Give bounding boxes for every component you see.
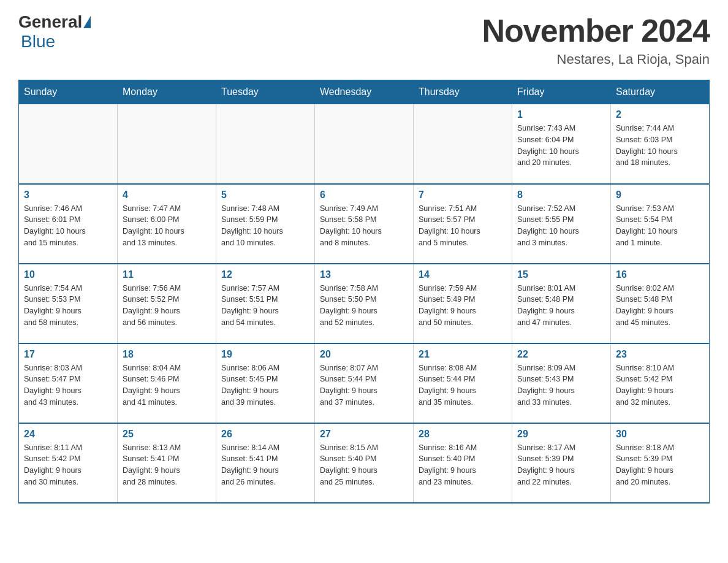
day-info: Sunrise: 7:52 AM Sunset: 5:55 PM Dayligh… — [517, 203, 605, 249]
day-info: Sunrise: 7:54 AM Sunset: 5:53 PM Dayligh… — [24, 283, 112, 329]
day-number: 20 — [320, 349, 408, 360]
calendar-cell: 8Sunrise: 7:52 AM Sunset: 5:55 PM Daylig… — [512, 184, 611, 264]
calendar-cell: 2Sunrise: 7:44 AM Sunset: 6:03 PM Daylig… — [611, 104, 710, 184]
day-info: Sunrise: 8:04 AM Sunset: 5:46 PM Dayligh… — [123, 362, 211, 408]
calendar-cell: 14Sunrise: 7:59 AM Sunset: 5:49 PM Dayli… — [414, 264, 512, 343]
calendar-cell: 19Sunrise: 8:06 AM Sunset: 5:45 PM Dayli… — [216, 343, 315, 423]
day-number: 15 — [517, 269, 605, 280]
calendar-cell: 28Sunrise: 8:16 AM Sunset: 5:40 PM Dayli… — [414, 423, 512, 503]
calendar-cell: 12Sunrise: 7:57 AM Sunset: 5:51 PM Dayli… — [216, 264, 315, 343]
calendar-cell: 26Sunrise: 8:14 AM Sunset: 5:41 PM Dayli… — [216, 423, 315, 503]
day-info: Sunrise: 8:08 AM Sunset: 5:44 PM Dayligh… — [419, 362, 507, 408]
day-number: 14 — [419, 269, 507, 280]
calendar-cell: 18Sunrise: 8:04 AM Sunset: 5:46 PM Dayli… — [118, 343, 216, 423]
day-number: 30 — [616, 429, 704, 440]
day-number: 10 — [24, 269, 112, 280]
calendar-week-row: 10Sunrise: 7:54 AM Sunset: 5:53 PM Dayli… — [19, 264, 710, 343]
calendar-cell: 16Sunrise: 8:02 AM Sunset: 5:48 PM Dayli… — [611, 264, 710, 343]
calendar-cell: 3Sunrise: 7:46 AM Sunset: 6:01 PM Daylig… — [19, 184, 118, 264]
day-number: 25 — [123, 429, 211, 440]
weekday-header-thursday: Thursday — [414, 80, 512, 104]
day-info: Sunrise: 8:11 AM Sunset: 5:42 PM Dayligh… — [24, 442, 112, 488]
day-info: Sunrise: 8:17 AM Sunset: 5:39 PM Dayligh… — [517, 442, 605, 488]
day-number: 4 — [123, 190, 211, 201]
calendar-cell: 11Sunrise: 7:56 AM Sunset: 5:52 PM Dayli… — [118, 264, 216, 343]
day-number: 12 — [221, 269, 309, 280]
calendar-cell: 25Sunrise: 8:13 AM Sunset: 5:41 PM Dayli… — [118, 423, 216, 503]
day-info: Sunrise: 8:02 AM Sunset: 5:48 PM Dayligh… — [616, 283, 704, 329]
calendar-cell: 10Sunrise: 7:54 AM Sunset: 5:53 PM Dayli… — [19, 264, 118, 343]
calendar-cell: 13Sunrise: 7:58 AM Sunset: 5:50 PM Dayli… — [315, 264, 414, 343]
calendar-cell: 21Sunrise: 8:08 AM Sunset: 5:44 PM Dayli… — [414, 343, 512, 423]
day-number: 13 — [320, 269, 408, 280]
day-info: Sunrise: 7:53 AM Sunset: 5:54 PM Dayligh… — [616, 203, 704, 249]
day-info: Sunrise: 7:56 AM Sunset: 5:52 PM Dayligh… — [123, 283, 211, 329]
calendar-week-row: 17Sunrise: 8:03 AM Sunset: 5:47 PM Dayli… — [19, 343, 710, 423]
weekday-header-monday: Monday — [118, 80, 216, 104]
calendar-cell: 30Sunrise: 8:18 AM Sunset: 5:39 PM Dayli… — [611, 423, 710, 503]
day-number: 26 — [221, 429, 309, 440]
day-info: Sunrise: 8:07 AM Sunset: 5:44 PM Dayligh… — [320, 362, 408, 408]
month-title: November 2024 — [482, 12, 710, 49]
calendar-cell: 4Sunrise: 7:47 AM Sunset: 6:00 PM Daylig… — [118, 184, 216, 264]
day-number: 21 — [419, 349, 507, 360]
day-number: 9 — [616, 190, 704, 201]
day-info: Sunrise: 7:57 AM Sunset: 5:51 PM Dayligh… — [221, 283, 309, 329]
day-number: 22 — [517, 349, 605, 360]
day-number: 28 — [419, 429, 507, 440]
calendar-cell — [414, 104, 512, 184]
day-number: 3 — [24, 190, 112, 201]
day-info: Sunrise: 7:47 AM Sunset: 6:00 PM Dayligh… — [123, 203, 211, 249]
day-info: Sunrise: 8:13 AM Sunset: 5:41 PM Dayligh… — [123, 442, 211, 488]
day-info: Sunrise: 7:43 AM Sunset: 6:04 PM Dayligh… — [517, 123, 605, 169]
calendar-cell: 23Sunrise: 8:10 AM Sunset: 5:42 PM Dayli… — [611, 343, 710, 423]
day-info: Sunrise: 8:16 AM Sunset: 5:40 PM Dayligh… — [419, 442, 507, 488]
day-info: Sunrise: 7:46 AM Sunset: 6:01 PM Dayligh… — [24, 203, 112, 249]
day-info: Sunrise: 7:49 AM Sunset: 5:58 PM Dayligh… — [320, 203, 408, 249]
calendar-cell — [216, 104, 315, 184]
calendar-table: SundayMondayTuesdayWednesdayThursdayFrid… — [18, 80, 710, 504]
logo-triangle-icon — [83, 16, 91, 28]
day-info: Sunrise: 7:44 AM Sunset: 6:03 PM Dayligh… — [616, 123, 704, 169]
day-info: Sunrise: 7:48 AM Sunset: 5:59 PM Dayligh… — [221, 203, 309, 249]
weekday-header-tuesday: Tuesday — [216, 80, 315, 104]
day-number: 29 — [517, 429, 605, 440]
day-info: Sunrise: 7:59 AM Sunset: 5:49 PM Dayligh… — [419, 283, 507, 329]
calendar-cell: 20Sunrise: 8:07 AM Sunset: 5:44 PM Dayli… — [315, 343, 414, 423]
day-info: Sunrise: 8:18 AM Sunset: 5:39 PM Dayligh… — [616, 442, 704, 488]
calendar-cell: 27Sunrise: 8:15 AM Sunset: 5:40 PM Dayli… — [315, 423, 414, 503]
day-info: Sunrise: 8:09 AM Sunset: 5:43 PM Dayligh… — [517, 362, 605, 408]
day-number: 8 — [517, 190, 605, 201]
calendar-cell: 1Sunrise: 7:43 AM Sunset: 6:04 PM Daylig… — [512, 104, 611, 184]
day-number: 1 — [517, 109, 605, 120]
weekday-header-row: SundayMondayTuesdayWednesdayThursdayFrid… — [19, 80, 710, 104]
title-section: November 2024 Nestares, La Rioja, Spain — [482, 12, 710, 67]
day-info: Sunrise: 8:01 AM Sunset: 5:48 PM Dayligh… — [517, 283, 605, 329]
calendar-cell: 29Sunrise: 8:17 AM Sunset: 5:39 PM Dayli… — [512, 423, 611, 503]
calendar-cell: 22Sunrise: 8:09 AM Sunset: 5:43 PM Dayli… — [512, 343, 611, 423]
calendar-cell — [315, 104, 414, 184]
day-number: 5 — [221, 190, 309, 201]
calendar-cell: 17Sunrise: 8:03 AM Sunset: 5:47 PM Dayli… — [19, 343, 118, 423]
day-info: Sunrise: 8:14 AM Sunset: 5:41 PM Dayligh… — [221, 442, 309, 488]
calendar-week-row: 3Sunrise: 7:46 AM Sunset: 6:01 PM Daylig… — [19, 184, 710, 264]
day-number: 2 — [616, 109, 704, 120]
logo-blue-text: Blue — [21, 32, 55, 51]
day-number: 19 — [221, 349, 309, 360]
day-number: 7 — [419, 190, 507, 201]
weekday-header-sunday: Sunday — [19, 80, 118, 104]
calendar-week-row: 1Sunrise: 7:43 AM Sunset: 6:04 PM Daylig… — [19, 104, 710, 184]
location-title: Nestares, La Rioja, Spain — [482, 52, 710, 67]
day-info: Sunrise: 8:03 AM Sunset: 5:47 PM Dayligh… — [24, 362, 112, 408]
day-number: 24 — [24, 429, 112, 440]
day-number: 16 — [616, 269, 704, 280]
day-number: 6 — [320, 190, 408, 201]
calendar-cell: 9Sunrise: 7:53 AM Sunset: 5:54 PM Daylig… — [611, 184, 710, 264]
day-info: Sunrise: 8:06 AM Sunset: 5:45 PM Dayligh… — [221, 362, 309, 408]
calendar-cell — [19, 104, 118, 184]
day-info: Sunrise: 7:51 AM Sunset: 5:57 PM Dayligh… — [419, 203, 507, 249]
logo: General Blue — [18, 12, 92, 52]
page-header: General Blue November 2024 Nestares, La … — [18, 12, 710, 67]
calendar-cell: 5Sunrise: 7:48 AM Sunset: 5:59 PM Daylig… — [216, 184, 315, 264]
weekday-header-friday: Friday — [512, 80, 611, 104]
